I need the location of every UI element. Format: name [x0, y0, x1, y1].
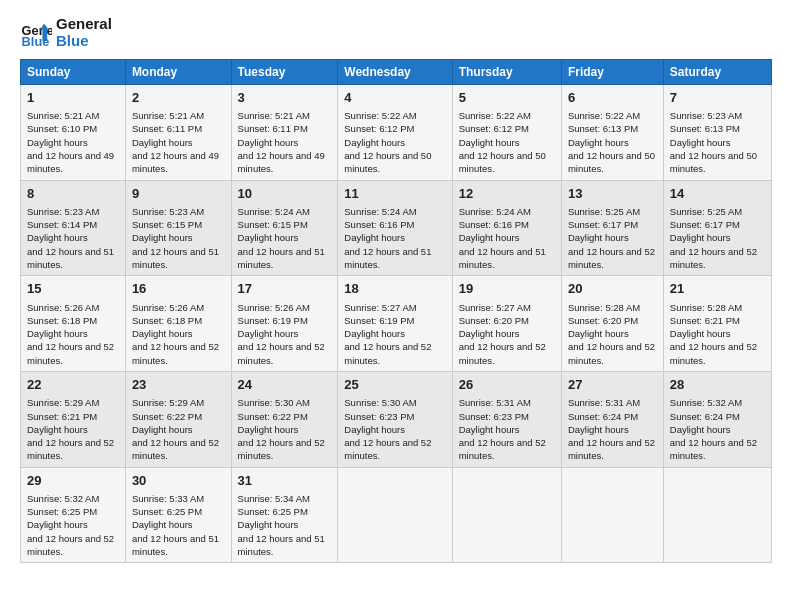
logo-text-line2: Blue: [56, 33, 112, 50]
day-number: 12: [459, 185, 555, 203]
day-info: Sunrise: 5:31 AMSunset: 6:23 PMDaylight …: [459, 397, 546, 461]
calendar-cell: 19Sunrise: 5:27 AMSunset: 6:20 PMDayligh…: [452, 276, 561, 372]
day-number: 31: [238, 472, 332, 490]
logo: General Blue General Blue: [20, 16, 112, 49]
day-number: 11: [344, 185, 445, 203]
day-number: 7: [670, 89, 765, 107]
calendar-cell: 22Sunrise: 5:29 AMSunset: 6:21 PMDayligh…: [21, 372, 126, 468]
day-info: Sunrise: 5:24 AMSunset: 6:16 PMDaylight …: [459, 206, 546, 270]
day-info: Sunrise: 5:26 AMSunset: 6:18 PMDaylight …: [27, 302, 114, 366]
day-info: Sunrise: 5:22 AMSunset: 6:13 PMDaylight …: [568, 110, 655, 174]
day-info: Sunrise: 5:32 AMSunset: 6:24 PMDaylight …: [670, 397, 757, 461]
calendar-cell: 31Sunrise: 5:34 AMSunset: 6:25 PMDayligh…: [231, 467, 338, 563]
calendar-cell: 21Sunrise: 5:28 AMSunset: 6:21 PMDayligh…: [663, 276, 771, 372]
calendar-cell: 26Sunrise: 5:31 AMSunset: 6:23 PMDayligh…: [452, 372, 561, 468]
calendar-cell: 16Sunrise: 5:26 AMSunset: 6:18 PMDayligh…: [125, 276, 231, 372]
calendar-cell: 28Sunrise: 5:32 AMSunset: 6:24 PMDayligh…: [663, 372, 771, 468]
logo-text-line1: General: [56, 16, 112, 33]
calendar-cell: 2Sunrise: 5:21 AMSunset: 6:11 PMDaylight…: [125, 85, 231, 181]
calendar-cell: 27Sunrise: 5:31 AMSunset: 6:24 PMDayligh…: [561, 372, 663, 468]
calendar-cell: 17Sunrise: 5:26 AMSunset: 6:19 PMDayligh…: [231, 276, 338, 372]
calendar-cell: [561, 467, 663, 563]
calendar-cell: 1Sunrise: 5:21 AMSunset: 6:10 PMDaylight…: [21, 85, 126, 181]
day-number: 19: [459, 280, 555, 298]
day-info: Sunrise: 5:28 AMSunset: 6:21 PMDaylight …: [670, 302, 757, 366]
day-number: 30: [132, 472, 225, 490]
day-info: Sunrise: 5:21 AMSunset: 6:11 PMDaylight …: [238, 110, 325, 174]
day-info: Sunrise: 5:26 AMSunset: 6:19 PMDaylight …: [238, 302, 325, 366]
calendar-cell: [338, 467, 452, 563]
calendar-cell: 7Sunrise: 5:23 AMSunset: 6:13 PMDaylight…: [663, 85, 771, 181]
day-number: 9: [132, 185, 225, 203]
weekday-header: Thursday: [452, 60, 561, 85]
day-info: Sunrise: 5:26 AMSunset: 6:18 PMDaylight …: [132, 302, 219, 366]
calendar-cell: 4Sunrise: 5:22 AMSunset: 6:12 PMDaylight…: [338, 85, 452, 181]
calendar-header-row: SundayMondayTuesdayWednesdayThursdayFrid…: [21, 60, 772, 85]
day-info: Sunrise: 5:25 AMSunset: 6:17 PMDaylight …: [568, 206, 655, 270]
calendar-cell: 5Sunrise: 5:22 AMSunset: 6:12 PMDaylight…: [452, 85, 561, 181]
day-info: Sunrise: 5:34 AMSunset: 6:25 PMDaylight …: [238, 493, 325, 557]
day-number: 2: [132, 89, 225, 107]
calendar-week-row: 22Sunrise: 5:29 AMSunset: 6:21 PMDayligh…: [21, 372, 772, 468]
day-number: 27: [568, 376, 657, 394]
day-info: Sunrise: 5:29 AMSunset: 6:22 PMDaylight …: [132, 397, 219, 461]
day-number: 8: [27, 185, 119, 203]
day-info: Sunrise: 5:21 AMSunset: 6:10 PMDaylight …: [27, 110, 114, 174]
day-number: 17: [238, 280, 332, 298]
calendar-cell: 14Sunrise: 5:25 AMSunset: 6:17 PMDayligh…: [663, 180, 771, 276]
day-number: 15: [27, 280, 119, 298]
day-number: 1: [27, 89, 119, 107]
day-number: 22: [27, 376, 119, 394]
day-info: Sunrise: 5:28 AMSunset: 6:20 PMDaylight …: [568, 302, 655, 366]
day-info: Sunrise: 5:24 AMSunset: 6:15 PMDaylight …: [238, 206, 325, 270]
day-number: 16: [132, 280, 225, 298]
weekday-header: Sunday: [21, 60, 126, 85]
calendar-cell: 24Sunrise: 5:30 AMSunset: 6:22 PMDayligh…: [231, 372, 338, 468]
calendar-cell: 11Sunrise: 5:24 AMSunset: 6:16 PMDayligh…: [338, 180, 452, 276]
day-info: Sunrise: 5:24 AMSunset: 6:16 PMDaylight …: [344, 206, 431, 270]
day-number: 28: [670, 376, 765, 394]
calendar-week-row: 15Sunrise: 5:26 AMSunset: 6:18 PMDayligh…: [21, 276, 772, 372]
logo-icon: General Blue: [20, 17, 52, 49]
day-info: Sunrise: 5:23 AMSunset: 6:14 PMDaylight …: [27, 206, 114, 270]
day-number: 20: [568, 280, 657, 298]
day-number: 5: [459, 89, 555, 107]
calendar-cell: 13Sunrise: 5:25 AMSunset: 6:17 PMDayligh…: [561, 180, 663, 276]
day-number: 25: [344, 376, 445, 394]
calendar-cell: 30Sunrise: 5:33 AMSunset: 6:25 PMDayligh…: [125, 467, 231, 563]
weekday-header: Friday: [561, 60, 663, 85]
weekday-header: Tuesday: [231, 60, 338, 85]
day-number: 14: [670, 185, 765, 203]
calendar-table: SundayMondayTuesdayWednesdayThursdayFrid…: [20, 59, 772, 563]
day-number: 26: [459, 376, 555, 394]
calendar-cell: 23Sunrise: 5:29 AMSunset: 6:22 PMDayligh…: [125, 372, 231, 468]
calendar-cell: 8Sunrise: 5:23 AMSunset: 6:14 PMDaylight…: [21, 180, 126, 276]
calendar-week-row: 29Sunrise: 5:32 AMSunset: 6:25 PMDayligh…: [21, 467, 772, 563]
calendar-cell: 6Sunrise: 5:22 AMSunset: 6:13 PMDaylight…: [561, 85, 663, 181]
day-info: Sunrise: 5:30 AMSunset: 6:22 PMDaylight …: [238, 397, 325, 461]
calendar-cell: 10Sunrise: 5:24 AMSunset: 6:15 PMDayligh…: [231, 180, 338, 276]
day-number: 23: [132, 376, 225, 394]
header: General Blue General Blue: [20, 16, 772, 49]
day-number: 6: [568, 89, 657, 107]
calendar-cell: 3Sunrise: 5:21 AMSunset: 6:11 PMDaylight…: [231, 85, 338, 181]
day-info: Sunrise: 5:27 AMSunset: 6:20 PMDaylight …: [459, 302, 546, 366]
day-info: Sunrise: 5:22 AMSunset: 6:12 PMDaylight …: [344, 110, 431, 174]
calendar-cell: 18Sunrise: 5:27 AMSunset: 6:19 PMDayligh…: [338, 276, 452, 372]
calendar-cell: [663, 467, 771, 563]
calendar-cell: 20Sunrise: 5:28 AMSunset: 6:20 PMDayligh…: [561, 276, 663, 372]
day-info: Sunrise: 5:31 AMSunset: 6:24 PMDaylight …: [568, 397, 655, 461]
calendar-cell: [452, 467, 561, 563]
day-info: Sunrise: 5:23 AMSunset: 6:13 PMDaylight …: [670, 110, 757, 174]
day-info: Sunrise: 5:27 AMSunset: 6:19 PMDaylight …: [344, 302, 431, 366]
day-info: Sunrise: 5:21 AMSunset: 6:11 PMDaylight …: [132, 110, 219, 174]
day-info: Sunrise: 5:30 AMSunset: 6:23 PMDaylight …: [344, 397, 431, 461]
day-info: Sunrise: 5:33 AMSunset: 6:25 PMDaylight …: [132, 493, 219, 557]
calendar-cell: 12Sunrise: 5:24 AMSunset: 6:16 PMDayligh…: [452, 180, 561, 276]
calendar-week-row: 8Sunrise: 5:23 AMSunset: 6:14 PMDaylight…: [21, 180, 772, 276]
calendar-cell: 15Sunrise: 5:26 AMSunset: 6:18 PMDayligh…: [21, 276, 126, 372]
weekday-header: Wednesday: [338, 60, 452, 85]
weekday-header: Saturday: [663, 60, 771, 85]
calendar-cell: 25Sunrise: 5:30 AMSunset: 6:23 PMDayligh…: [338, 372, 452, 468]
day-info: Sunrise: 5:25 AMSunset: 6:17 PMDaylight …: [670, 206, 757, 270]
